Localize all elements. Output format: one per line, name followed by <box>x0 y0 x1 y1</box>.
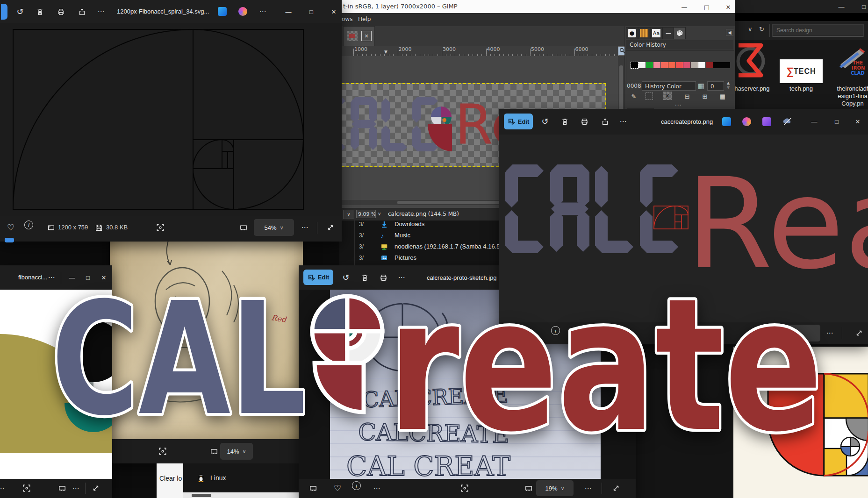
dock-tab-palettes-active[interactable] <box>674 27 686 39</box>
photos3-titlebar[interactable]: fibonacci... ⋯ — □ ✕ <box>0 265 112 290</box>
zoom-select-icon[interactable]: ∨ <box>378 211 381 216</box>
more-icon[interactable]: ⋯ <box>69 481 83 495</box>
print-icon[interactable] <box>577 114 591 128</box>
dock-tab-gradients[interactable]: — <box>662 27 674 39</box>
filmstrip-icon[interactable] <box>522 481 536 495</box>
zoom-to-fit-icon[interactable] <box>676 326 690 340</box>
minimize-icon[interactable]: — <box>805 114 824 128</box>
filmstrip-icon[interactable] <box>237 221 251 235</box>
info-icon[interactable]: i <box>352 481 361 490</box>
minimize-icon[interactable]: — <box>279 5 298 19</box>
more-icon[interactable]: ⋯ <box>395 270 409 285</box>
refresh-icon[interactable]: ↻ <box>759 26 764 33</box>
maximize-icon[interactable]: □ <box>302 5 321 19</box>
favorite-icon[interactable]: ♡ <box>330 481 344 495</box>
gimp-menu-windows[interactable]: ows <box>342 16 352 22</box>
close-icon[interactable]: ✕ <box>324 5 342 19</box>
share-icon[interactable] <box>75 5 89 19</box>
info-icon[interactable]: i <box>24 221 33 229</box>
delete-icon[interactable] <box>558 114 572 128</box>
explorer-maximize-icon[interactable]: □ <box>854 0 868 14</box>
more-icon[interactable]: ⋯ <box>823 326 837 340</box>
gimp-minimize-icon[interactable]: — <box>675 0 694 14</box>
gimp-horizontal-ruler[interactable]: ▼ 10002000300040005000600070 <box>339 46 618 57</box>
rotate-icon[interactable]: ↺ <box>538 114 552 128</box>
rotate-icon[interactable]: ↺ <box>339 270 353 285</box>
info-icon[interactable]: i <box>551 326 560 335</box>
zoom-to-fit-icon[interactable] <box>20 481 34 495</box>
more-icon[interactable]: ⋯ <box>45 270 59 285</box>
clear-log-button[interactable]: Clear lo <box>159 475 182 482</box>
filmstrip-icon[interactable] <box>55 481 69 495</box>
rotate-icon[interactable]: ↺ <box>13 5 27 19</box>
zoom-level-pill[interactable]: 19% ∨ <box>536 480 574 496</box>
maximize-icon[interactable]: □ <box>827 114 846 128</box>
copilot-icon[interactable] <box>742 117 751 126</box>
gimp-maximize-icon[interactable]: □ <box>697 0 716 14</box>
dock-tab-patterns[interactable] <box>638 27 650 39</box>
copilot-icon[interactable] <box>238 7 247 16</box>
linux-item[interactable]: Linux <box>210 474 226 482</box>
favorite-icon[interactable]: ♡ <box>4 221 18 235</box>
color-swatch[interactable] <box>653 62 660 68</box>
close-icon[interactable]: ✕ <box>848 114 867 128</box>
print-icon[interactable] <box>54 5 68 19</box>
file-row[interactable]: 3/Pictures <box>339 252 504 263</box>
address-dropdown-icon[interactable]: ∨ <box>748 26 753 33</box>
delete-icon[interactable] <box>33 5 47 19</box>
color-swatch[interactable] <box>668 62 675 68</box>
designer-icon[interactable] <box>218 7 227 16</box>
more-icon[interactable]: ⋯ <box>256 5 270 19</box>
color-swatch[interactable] <box>661 62 668 68</box>
gimp-close-icon[interactable]: ✕ <box>719 0 735 14</box>
file-thumbnail-sigma[interactable] <box>733 40 769 82</box>
search-input[interactable] <box>772 24 864 36</box>
fullscreen-icon[interactable] <box>323 221 337 235</box>
color-swatch[interactable] <box>683 62 690 68</box>
shrink-icon[interactable]: ⊟ <box>681 92 693 101</box>
tab-close-icon[interactable]: ✕ <box>361 31 372 41</box>
edit-button[interactable]: Edit <box>504 114 533 129</box>
filmstrip-icon[interactable] <box>207 444 221 458</box>
edit-color-icon[interactable]: ✎ <box>628 92 640 101</box>
fullscreen-icon[interactable] <box>852 326 866 340</box>
history-entry-value-field[interactable]: 0 <box>707 81 724 91</box>
dock-collapse-icon[interactable]: ◀ <box>726 29 733 36</box>
color-swatch[interactable] <box>676 62 683 68</box>
more-icon[interactable]: ⋯ <box>617 114 631 128</box>
spinner-up-icon[interactable]: ▲ <box>727 81 730 85</box>
print-icon[interactable] <box>376 270 390 285</box>
spinner-down-icon[interactable]: ▼ <box>727 85 730 90</box>
file-label-sigma[interactable]: haserver.png <box>732 85 772 92</box>
zoom-level-pill[interactable]: 54% ∨ <box>254 219 294 236</box>
new-color-icon[interactable] <box>646 92 653 100</box>
photos1-titlebar[interactable]: ↺ ⋯ 1200px-Fibonacci_spiral_34.svg... ⋯ … <box>0 0 342 23</box>
grid-view-icon[interactable]: ▦ <box>698 82 704 90</box>
unit-select[interactable]: ∨ <box>343 210 354 219</box>
explorer-minimize-icon[interactable]: — <box>832 0 851 14</box>
fullscreen-icon[interactable] <box>609 481 623 495</box>
more-icon[interactable]: ⋯ <box>370 481 384 495</box>
grow-icon[interactable]: ⊞ <box>699 92 711 101</box>
history-entry-name-field[interactable]: History Color <box>642 81 696 91</box>
color-swatch[interactable] <box>706 62 713 68</box>
more-icon[interactable]: ⋯ <box>298 221 312 235</box>
dock-tab-brushes[interactable]: ● <box>626 27 638 39</box>
zoom-level-pill[interactable]: 14% ∨ <box>220 443 253 460</box>
file-label-ironclad[interactable]: theironcladf esign1-fina Copy.pn <box>836 85 868 109</box>
file-row[interactable]: 3/Downloads <box>339 221 504 230</box>
close-icon[interactable]: ✕ <box>94 270 112 285</box>
zoom-to-fit-icon[interactable] <box>153 221 167 235</box>
gimp-menu-help[interactable]: Help <box>358 16 371 22</box>
zoom-level-pill[interactable] <box>779 325 820 341</box>
onedrive-offline-icon[interactable] <box>782 117 792 126</box>
more-icon[interactable]: ⋯ <box>0 481 8 495</box>
more-icon[interactable]: ⋯ <box>570 326 584 340</box>
file-row[interactable]: 3/noodlenas (192.168.1.7 (Samba 4.16.5)) <box>339 241 504 252</box>
gimp-image-tab[interactable]: ✕ <box>343 26 375 47</box>
file-row[interactable]: 3/♪Music <box>339 230 504 241</box>
more-icon[interactable]: ⋯ <box>581 481 595 495</box>
gimp-titlebar[interactable]: t-in sRGB, 1 layer) 7000x2000 – GIMP — □… <box>339 0 735 13</box>
filmstrip-icon[interactable] <box>306 481 320 495</box>
color-swatch[interactable] <box>638 62 646 68</box>
